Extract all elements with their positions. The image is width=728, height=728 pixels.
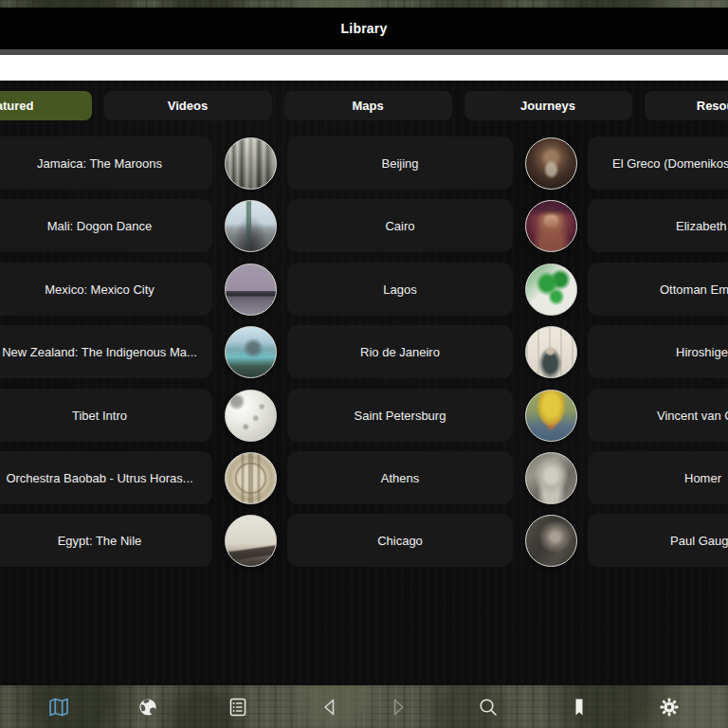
white-bar	[0, 55, 728, 81]
list-item-label: Homer	[684, 471, 721, 485]
bookmark-button[interactable]	[568, 696, 591, 719]
list-item-label: Jamaica: The Maroons	[37, 156, 162, 171]
journey-thumbnail[interactable]	[525, 200, 577, 252]
list-item-video[interactable]: Jamaica: The Maroons	[0, 136, 212, 190]
tab-resources[interactable]: Resources	[645, 91, 728, 120]
gear-icon	[658, 696, 681, 719]
list-icon	[227, 696, 249, 719]
library-row: New Zealand: The Indigenous Ma... Rio de…	[0, 325, 728, 378]
bottom-toolbar	[0, 685, 728, 728]
tab-journeys[interactable]: Journeys	[464, 91, 632, 120]
list-item-label: Mali: Dogon Dance	[47, 219, 153, 233]
list-item-video[interactable]: Mexico: Mexico City	[0, 263, 212, 316]
list-item-map[interactable]: Beijing	[287, 136, 513, 190]
list-item-label: Ottoman Emp	[660, 282, 728, 297]
journey-thumbnail[interactable]	[525, 264, 577, 316]
map-thumbnail[interactable]	[225, 326, 277, 378]
list-item-label: Egypt: The Nile	[58, 534, 142, 548]
list-item-map[interactable]: Cairo	[287, 199, 513, 252]
list-item-video[interactable]: Orchestra Baobab - Utrus Horas...	[0, 451, 212, 504]
list-item-label: Vincent van G	[657, 409, 728, 423]
journey-thumbnail[interactable]	[525, 137, 577, 190]
library-row: Mali: Dogon Dance Cairo Elizabeth I	[0, 199, 728, 252]
library-row: Orchestra Baobab - Utrus Horas... Athens…	[0, 451, 728, 504]
map-thumbnail[interactable]	[225, 452, 277, 504]
journey-thumbnail[interactable]	[525, 390, 577, 442]
list-item-journey[interactable]: Hiroshige	[588, 325, 728, 378]
tab-videos[interactable]: Videos	[104, 91, 272, 120]
journey-thumbnail[interactable]	[525, 326, 577, 378]
list-item-map[interactable]: Chicago	[287, 514, 513, 567]
header: Library	[0, 8, 728, 49]
library-row: Mexico: Mexico City Lagos Ottoman Emp	[0, 263, 728, 316]
list-item-map[interactable]: Lagos	[287, 263, 513, 316]
page-title: Library	[0, 8, 728, 49]
tab-featured[interactable]: Featured	[0, 91, 92, 120]
settings-button[interactable]	[658, 696, 681, 719]
list-item-label: Lagos	[383, 282, 416, 297]
map-thumbnail[interactable]	[225, 200, 277, 252]
list-item-journey[interactable]: Ottoman Emp	[588, 263, 728, 316]
back-button[interactable]	[318, 696, 341, 719]
list-item-label: Rio de Janeiro	[360, 345, 440, 359]
list-item-map[interactable]: Rio de Janeiro	[287, 325, 513, 378]
list-item-video[interactable]: Egypt: The Nile	[0, 514, 212, 567]
list-item-video[interactable]: New Zealand: The Indigenous Ma...	[0, 325, 212, 378]
back-arrow-icon	[318, 696, 341, 719]
list-item-journey[interactable]: Elizabeth I	[588, 199, 728, 252]
list-item-label: Chicago	[377, 534, 423, 548]
map-thumbnail[interactable]	[225, 390, 277, 442]
tab-maps[interactable]: Maps	[284, 91, 452, 120]
forward-button[interactable]	[387, 696, 410, 719]
list-item-journey[interactable]: Paul Gaugui	[588, 514, 728, 567]
list-item-video[interactable]: Tibet Intro	[0, 389, 212, 442]
list-item-label: Athens	[381, 471, 419, 485]
map-view-button[interactable]	[47, 696, 70, 719]
list-item-journey[interactable]: El Greco (Domenikos T	[588, 136, 728, 190]
list-item-label: El Greco (Domenikos T	[612, 156, 728, 171]
globe-view-button[interactable]	[136, 696, 159, 719]
map-thumbnail[interactable]	[225, 264, 277, 316]
list-item-map[interactable]: Saint Petersburg	[287, 389, 513, 442]
app-screen: Library Featured Videos Maps Journeys Re…	[0, 0, 728, 728]
list-item-label: Hiroshige	[676, 345, 728, 359]
list-item-label: Saint Petersburg	[355, 409, 446, 423]
library-row: Egypt: The Nile Chicago Paul Gaugui	[0, 514, 728, 567]
library-row: Tibet Intro Saint Petersburg Vincent van…	[0, 389, 728, 442]
library-content: Featured Videos Maps Journeys Resources …	[0, 81, 728, 685]
list-item-journey[interactable]: Homer	[588, 451, 728, 504]
list-item-map[interactable]: Athens	[287, 451, 513, 504]
list-item-label: Cairo	[385, 219, 414, 233]
map-thumbnail[interactable]	[225, 137, 277, 190]
list-item-video[interactable]: Mali: Dogon Dance	[0, 199, 212, 252]
map-background-top	[0, 0, 728, 8]
list-item-label: Mexico: Mexico City	[45, 282, 155, 297]
list-item-label: Paul Gaugui	[670, 534, 728, 548]
list-item-label: Tibet Intro	[72, 409, 127, 423]
list-item-label: Orchestra Baobab - Utrus Horas...	[6, 471, 192, 485]
list-item-label: Elizabeth I	[676, 219, 728, 233]
forward-arrow-icon	[387, 696, 410, 719]
list-item-label: Beijing	[381, 156, 418, 171]
list-view-button[interactable]	[227, 696, 249, 719]
list-item-label: New Zealand: The Indigenous Ma...	[2, 345, 197, 359]
map-thumbnail[interactable]	[225, 515, 277, 567]
globe-icon	[136, 696, 159, 719]
list-item-journey[interactable]: Vincent van G	[588, 389, 728, 442]
journey-thumbnail[interactable]	[525, 515, 577, 567]
map-icon	[47, 696, 70, 719]
journey-thumbnail[interactable]	[525, 452, 577, 504]
search-button[interactable]	[477, 696, 500, 719]
library-row: Jamaica: The Maroons Beijing El Greco (D…	[0, 136, 728, 190]
bookmark-icon	[568, 696, 591, 719]
search-icon	[477, 696, 500, 719]
